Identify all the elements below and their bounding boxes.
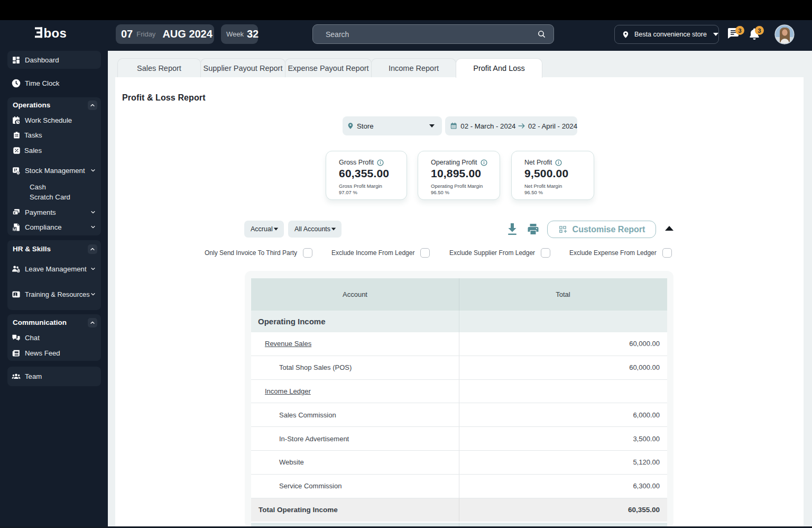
svg-text:bos: bos [44, 26, 67, 39]
